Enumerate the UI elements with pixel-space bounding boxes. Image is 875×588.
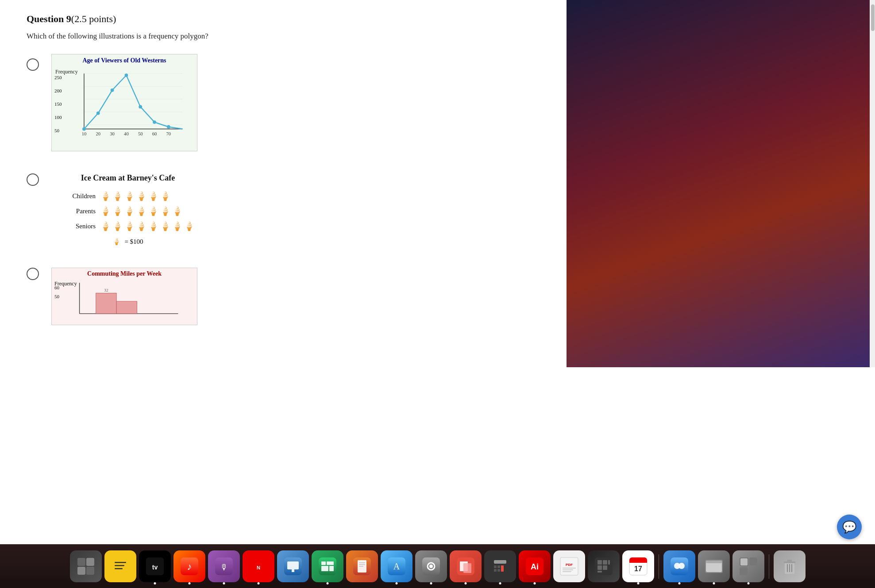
- dock-item-window1[interactable]: [698, 550, 730, 582]
- svg-point-11: [139, 105, 142, 109]
- svg-rect-96: [740, 558, 748, 565]
- main-content: Question 9(2.5 points) Which of the foll…: [0, 0, 567, 367]
- svg-point-13: [167, 125, 170, 129]
- b-label-seniors: Seniors: [60, 223, 96, 230]
- dock-item-music[interactable]: ♪: [173, 550, 205, 582]
- dock-item-pdf[interactable]: PDF: [553, 550, 585, 582]
- dock-item-appstore[interactable]: A: [381, 550, 412, 582]
- dock-item-notes[interactable]: [104, 550, 136, 582]
- option-b-row: Ice Cream at Barney's Cafe Children 🍦🍦🍦🍦…: [27, 169, 540, 250]
- dock-item-pages[interactable]: [346, 550, 378, 582]
- svg-text:70: 70: [166, 131, 171, 136]
- svg-text:32: 32: [104, 288, 108, 292]
- dock-item-tv[interactable]: tv: [139, 550, 171, 582]
- b-legend-text: = $100: [124, 238, 143, 246]
- chat-button[interactable]: 💬: [837, 515, 862, 539]
- ya-250: 250: [54, 75, 62, 80]
- scrollbar-thumb[interactable]: [871, 4, 875, 31]
- b-icons-parents: 🍦🍦🍦🍦🍦🍦🍦: [100, 206, 184, 216]
- radio-b[interactable]: [27, 173, 39, 186]
- svg-point-59: [429, 565, 433, 568]
- svg-rect-33: [115, 568, 123, 569]
- question-points: (2.5 points): [71, 13, 116, 24]
- radio-c[interactable]: [27, 268, 39, 280]
- svg-rect-49: [329, 566, 334, 571]
- svg-rect-98: [740, 567, 748, 575]
- svg-text:30: 30: [110, 131, 115, 136]
- dock-item-window2[interactable]: [732, 550, 764, 582]
- svg-rect-69: [497, 569, 500, 572]
- chart-a-svg: 10 20 30 40 50 60 70: [71, 67, 191, 144]
- dock-separator-2: [769, 554, 769, 579]
- svg-rect-64: [494, 560, 506, 564]
- svg-rect-81: [608, 560, 610, 565]
- svg-text:tv: tv: [152, 564, 158, 571]
- ya-100: 100: [54, 115, 62, 120]
- svg-rect-68: [494, 569, 497, 572]
- svg-point-9: [111, 88, 114, 92]
- svg-point-12: [153, 120, 156, 124]
- svg-rect-87: [629, 560, 647, 563]
- option-c-row: Commuting Miles per Week Frequency 60 50…: [27, 268, 540, 325]
- dock-item-grid[interactable]: [588, 550, 620, 582]
- dock-item-calculator[interactable]: [484, 550, 516, 582]
- option-a-row: Age of Viewers of Old Westerns Frequency…: [27, 54, 540, 151]
- svg-rect-94: [706, 561, 722, 563]
- svg-text:N: N: [257, 565, 260, 570]
- chart-a-title: Age of Viewers of Old Westerns: [52, 57, 197, 64]
- svg-point-91: [678, 563, 685, 569]
- svg-text:17: 17: [634, 565, 642, 573]
- svg-rect-101: [787, 560, 792, 562]
- svg-rect-43: [287, 561, 299, 569]
- svg-rect-30: [112, 558, 128, 574]
- svg-rect-76: [563, 569, 573, 570]
- svg-point-7: [82, 127, 86, 131]
- svg-text:♪: ♪: [187, 561, 192, 572]
- dock: tv ♪ 🎙 N A Ai: [0, 544, 875, 588]
- dock-item-adobe[interactable]: Ai: [519, 550, 551, 582]
- chart-b-title: Ice Cream at Barney's Cafe: [60, 173, 196, 183]
- svg-rect-44: [292, 569, 294, 572]
- right-background: [567, 0, 875, 367]
- chart-c-svg: 32: [71, 279, 186, 323]
- svg-text:🎙: 🎙: [220, 563, 228, 572]
- svg-rect-29: [86, 567, 94, 575]
- b-label-children: Children: [60, 192, 96, 200]
- svg-rect-46: [321, 561, 326, 565]
- b-legend: 🍦 = $100: [60, 238, 196, 246]
- dock-item-calendar[interactable]: 17: [622, 550, 654, 582]
- dock-item-numbers[interactable]: [312, 550, 343, 582]
- b-row-children: Children 🍦🍦🍦🍦🍦🍦: [60, 191, 196, 201]
- svg-rect-75: [563, 568, 576, 569]
- b-legend-icon: 🍦: [112, 238, 121, 246]
- ya-200: 200: [54, 88, 62, 93]
- svg-point-10: [125, 73, 128, 77]
- chart-c-title: Commuting Miles per Week: [52, 270, 197, 277]
- dock-item-keynote[interactable]: [277, 550, 309, 582]
- svg-rect-47: [327, 561, 334, 565]
- b-row-parents: Parents 🍦🍦🍦🍦🍦🍦🍦: [60, 206, 196, 216]
- question-header: Question 9(2.5 points): [27, 13, 540, 25]
- dock-item-preview[interactable]: [450, 550, 482, 582]
- svg-rect-77: [563, 571, 571, 572]
- b-label-parents: Parents: [60, 208, 96, 215]
- svg-rect-48: [321, 566, 328, 571]
- dock-item-settings[interactable]: [415, 550, 447, 582]
- ya-50: 50: [54, 128, 59, 133]
- svg-text:20: 20: [96, 131, 100, 136]
- scrollbar[interactable]: [870, 0, 875, 367]
- b-row-seniors: Seniors 🍦🍦🍦🍦🍦🍦🍦🍦: [60, 221, 196, 231]
- svg-text:60: 60: [152, 131, 157, 136]
- dock-item-multitask[interactable]: [70, 550, 102, 582]
- dock-item-finder[interactable]: [663, 550, 695, 582]
- yc-60: 60: [54, 285, 59, 290]
- svg-rect-70: [501, 565, 504, 572]
- dock-item-news[interactable]: N: [243, 550, 274, 582]
- ya-150: 150: [54, 101, 62, 107]
- svg-text:10: 10: [82, 131, 87, 136]
- radio-a[interactable]: [27, 58, 39, 71]
- svg-rect-80: [603, 560, 607, 565]
- chat-icon: 💬: [842, 520, 856, 534]
- dock-item-trash[interactable]: [774, 550, 806, 582]
- dock-item-podcasts[interactable]: 🎙: [208, 550, 240, 582]
